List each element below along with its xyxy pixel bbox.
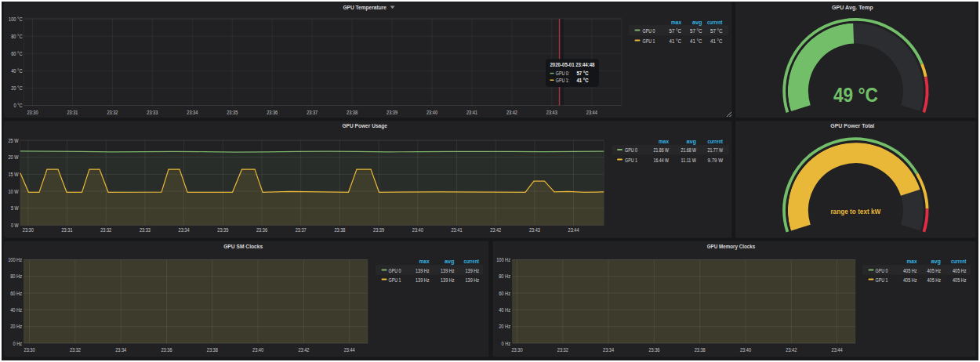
svg-text:139 Hz: 139 Hz (466, 268, 480, 273)
svg-text:23:40: 23:40 (252, 347, 263, 353)
svg-text:23:39: 23:39 (373, 227, 384, 233)
svg-text:avg: avg (687, 139, 697, 145)
svg-text:23:38: 23:38 (695, 347, 706, 353)
svg-text:0 Hz: 0 Hz (502, 341, 511, 346)
svg-text:23:37: 23:37 (307, 110, 318, 115)
svg-text:21.77 W: 21.77 W (708, 147, 724, 153)
svg-text:23:38: 23:38 (347, 110, 358, 115)
svg-text:23:34: 23:34 (187, 110, 198, 115)
svg-text:23:38: 23:38 (334, 227, 345, 233)
svg-text:GPU 0:: GPU 0: (556, 71, 570, 76)
svg-text:57 °C: 57 °C (690, 28, 702, 34)
svg-text:current: current (708, 139, 724, 144)
svg-text:23:33: 23:33 (140, 227, 151, 233)
svg-text:23:36: 23:36 (267, 110, 278, 115)
svg-text:23:34: 23:34 (603, 347, 614, 353)
svg-text:60 Hz: 60 Hz (10, 291, 22, 296)
svg-text:23:35: 23:35 (227, 110, 238, 115)
svg-text:60 °C: 60 °C (11, 51, 22, 56)
svg-text:GPU 1:: GPU 1: (556, 78, 570, 83)
svg-text:23:41: 23:41 (452, 227, 463, 233)
svg-text:23:30: 23:30 (23, 227, 34, 233)
svg-text:0 Hz: 0 Hz (13, 341, 23, 346)
svg-text:23:40: 23:40 (740, 347, 751, 353)
svg-text:max: max (907, 259, 917, 264)
svg-text:11.11 W: 11.11 W (681, 157, 697, 163)
svg-text:23:42: 23:42 (506, 110, 517, 115)
svg-text:16.44 W: 16.44 W (654, 157, 670, 163)
svg-text:23:30: 23:30 (24, 347, 35, 353)
svg-text:41 °C: 41 °C (577, 78, 589, 83)
svg-text:41 °C: 41 °C (690, 38, 702, 44)
svg-text:max: max (671, 20, 681, 25)
svg-text:23:41: 23:41 (466, 110, 477, 115)
svg-text:23:33: 23:33 (147, 110, 158, 115)
svg-text:21.86 W: 21.86 W (654, 147, 670, 153)
svg-text:23:31: 23:31 (67, 110, 78, 115)
svg-text:60 Hz: 60 Hz (499, 291, 510, 296)
svg-text:23:36: 23:36 (256, 227, 267, 233)
svg-text:405 Hz: 405 Hz (927, 268, 942, 273)
svg-text:avg: avg (692, 20, 702, 26)
svg-text:max: max (419, 259, 430, 264)
svg-text:20 °C: 20 °C (11, 85, 22, 91)
svg-text:9.79 W: 9.79 W (708, 157, 724, 163)
svg-text:23:30: 23:30 (512, 347, 523, 353)
svg-text:40 Hz: 40 Hz (10, 307, 22, 313)
svg-text:20 W: 20 W (9, 154, 19, 160)
svg-text:current: current (707, 20, 723, 25)
svg-text:GPU Avg. Temp: GPU Avg. Temp (832, 4, 873, 11)
svg-text:GPU 1: GPU 1 (389, 277, 401, 283)
svg-text:GPU Power Usage: GPU Power Usage (342, 122, 387, 129)
svg-text:GPU 0: GPU 0 (876, 268, 888, 273)
svg-text:avg: avg (931, 259, 942, 265)
svg-text:57 °C: 57 °C (670, 28, 682, 34)
svg-text:80 °C: 80 °C (11, 34, 22, 39)
svg-text:139 Hz: 139 Hz (441, 277, 455, 283)
svg-text:23:40: 23:40 (426, 110, 437, 115)
svg-text:10 W: 10 W (9, 189, 19, 194)
svg-text:139 Hz: 139 Hz (466, 277, 480, 283)
svg-text:23:36: 23:36 (648, 347, 659, 353)
svg-text:41 °C: 41 °C (670, 38, 682, 44)
svg-text:41 °C: 41 °C (710, 38, 723, 44)
svg-text:139 Hz: 139 Hz (416, 277, 430, 283)
svg-text:23:43: 23:43 (546, 110, 557, 115)
svg-text:current: current (951, 259, 967, 264)
svg-text:23:36: 23:36 (162, 347, 172, 353)
svg-text:avg: avg (445, 259, 455, 265)
svg-text:23:43: 23:43 (529, 227, 540, 233)
svg-text:0 W: 0 W (11, 223, 19, 228)
svg-text:23:32: 23:32 (557, 347, 568, 353)
svg-text:23:42: 23:42 (490, 227, 501, 233)
svg-text:23:38: 23:38 (207, 347, 218, 353)
svg-text:20 Hz: 20 Hz (10, 324, 22, 329)
svg-text:139 Hz: 139 Hz (441, 268, 455, 273)
svg-text:405 Hz: 405 Hz (903, 277, 917, 283)
svg-text:GPU 0: GPU 0 (625, 147, 637, 153)
svg-text:23:32: 23:32 (70, 347, 81, 353)
svg-text:49 °C: 49 °C (833, 83, 878, 107)
svg-text:23:39: 23:39 (387, 110, 397, 115)
svg-text:15 W: 15 W (9, 172, 19, 177)
svg-text:139 Hz: 139 Hz (416, 268, 430, 273)
svg-text:23:42: 23:42 (786, 347, 797, 353)
svg-text:23:44: 23:44 (586, 110, 597, 115)
svg-text:5 W: 5 W (11, 205, 19, 211)
svg-text:80 Hz: 80 Hz (10, 273, 22, 279)
svg-text:23:44: 23:44 (344, 347, 355, 353)
svg-text:80 Hz: 80 Hz (499, 273, 510, 279)
svg-text:57 °C: 57 °C (710, 28, 723, 34)
svg-text:23:32: 23:32 (107, 110, 118, 115)
svg-text:23:32: 23:32 (100, 227, 111, 233)
svg-text:23:34: 23:34 (115, 347, 126, 353)
svg-text:current: current (464, 259, 480, 264)
svg-text:57 °C: 57 °C (577, 71, 589, 76)
svg-text:23:44: 23:44 (832, 347, 843, 353)
svg-text:GPU Power Total: GPU Power Total (830, 122, 874, 129)
svg-text:21.68 W: 21.68 W (681, 147, 697, 153)
svg-text:23:40: 23:40 (412, 227, 423, 233)
svg-text:23:31: 23:31 (62, 227, 73, 233)
svg-text:23:30: 23:30 (27, 110, 38, 115)
svg-text:GPU 0: GPU 0 (643, 28, 655, 34)
